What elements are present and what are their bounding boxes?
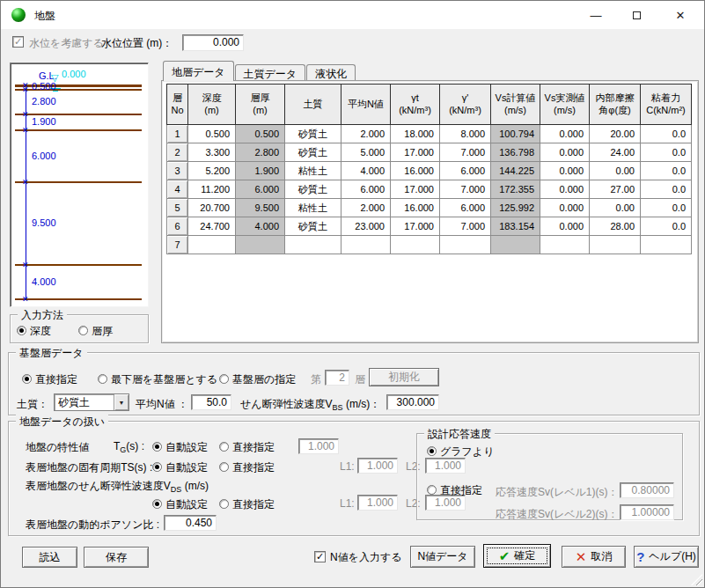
table-cell[interactable]: 0.000 [540,217,590,236]
table-cell[interactable]: 28.00 [590,217,641,236]
avg-n-input[interactable]: 50.0 [191,394,231,410]
table-cell[interactable]: 6.000 [440,199,491,217]
table-cell[interactable]: 0.000 [540,125,590,143]
ts-radio-auto[interactable] [152,462,162,472]
table-cell[interactable]: 5.200 [188,162,236,180]
sv2-input[interactable]: 1.00000 [620,504,674,520]
table-cell[interactable] [491,236,540,254]
table-cell[interactable]: 砂質土 [285,143,341,162]
confirm-button[interactable]: ✔ 確定 [483,544,551,568]
help-button[interactable]: ? ヘルプ(H) [634,546,699,568]
ts-radio-direct[interactable] [219,462,229,472]
table-cell[interactable]: 1.900 [236,162,285,180]
table-cell[interactable]: 24.00 [590,143,641,162]
table-cell[interactable] [391,236,440,254]
layer-number-input[interactable]: 2 [325,370,349,386]
minimize-button[interactable]: — [576,1,616,29]
table-cell[interactable]: 6.000 [341,180,391,199]
vds-radio-auto[interactable] [152,499,162,509]
table-cell[interactable]: 0.000 [540,199,590,217]
table-cell[interactable]: 粘性土 [285,199,341,217]
close-button[interactable]: ✕ [657,1,704,29]
water-consider-checkbox[interactable]: ✓ [12,36,24,48]
tg-radio-auto[interactable] [152,442,162,452]
save-button[interactable]: 保存 [84,547,149,568]
tab-soil-data[interactable]: 土質データ [235,64,306,81]
table-cell[interactable]: 0.000 [540,180,590,199]
cancel-button[interactable]: ✕ 取消 [562,546,626,568]
n-data-button[interactable]: N値データ [410,546,475,568]
tg-input[interactable]: 1.000 [298,438,339,454]
table-cell[interactable]: 183.154 [491,217,540,236]
load-button[interactable]: 読込 [22,547,77,568]
table-cell[interactable]: 24.700 [188,217,236,236]
table-cell[interactable]: 2.000 [341,125,391,143]
table-cell[interactable]: 7.000 [440,143,491,162]
table-cell[interactable] [540,236,590,254]
table-cell[interactable]: 16.000 [391,199,440,217]
table-cell[interactable] [188,236,236,254]
vbs-input[interactable]: 300.000 [386,394,439,410]
table-cell[interactable]: 0.500 [236,125,285,143]
poisson-input[interactable]: 0.450 [164,515,217,531]
table-cell[interactable]: 3.300 [188,143,236,162]
table-cell[interactable]: 0.0 [641,180,692,199]
table-cell[interactable]: 144.225 [491,162,540,180]
table-cell[interactable]: 2.000 [341,199,391,217]
table-cell[interactable]: 0.000 [540,162,590,180]
vds-radio-direct[interactable] [219,499,229,509]
table-cell[interactable]: 4.000 [341,162,391,180]
table-cell[interactable]: 0.500 [188,125,236,143]
tab-liquefaction[interactable]: 液状化 [306,64,356,81]
maximize-button[interactable] [616,1,657,29]
dropdown-arrow-icon[interactable]: ▼ [114,394,129,410]
table-cell[interactable]: 16.000 [391,162,440,180]
soil-type-dropdown[interactable]: 砂質土 ▼ [54,393,129,411]
table-cell[interactable]: 0.00 [590,162,641,180]
table-cell[interactable]: 7.000 [440,217,491,236]
table-cell[interactable]: 0.0 [641,162,692,180]
tab-strata-data[interactable]: 地層データ [163,61,234,81]
base-layer-radio-lowest[interactable] [98,374,107,384]
table-cell[interactable]: 172.355 [491,180,540,199]
table-cell[interactable]: 砂質土 [285,125,341,143]
table-cell[interactable]: 9.500 [236,199,285,217]
table-cell[interactable]: 0.0 [641,125,692,143]
table-cell[interactable]: 5.000 [341,143,391,162]
table-cell[interactable]: 17.000 [391,217,440,236]
table-cell[interactable]: 20.700 [188,199,236,217]
table-cell[interactable]: 7.000 [440,180,491,199]
water-position-input[interactable]: 0.000 [182,34,244,51]
base-layer-radio-direct[interactable] [22,374,32,384]
table-cell[interactable]: 0.0 [641,199,692,217]
n-value-checkbox[interactable]: ✓ [314,551,326,562]
table-cell[interactable] [285,236,341,254]
input-method-radio-depth[interactable] [17,326,26,335]
table-cell[interactable] [341,236,391,254]
vds-l1-input[interactable]: 1.000 [357,495,398,511]
sv1-input[interactable]: 0.80000 [620,482,674,498]
table-cell[interactable]: 125.992 [491,199,540,217]
table-cell[interactable]: 0.0 [641,217,692,236]
table-cell[interactable] [590,236,641,254]
table-cell[interactable]: 8.000 [440,125,491,143]
table-cell[interactable]: 18.000 [391,125,440,143]
table-cell[interactable]: 11.200 [188,180,236,199]
table-cell[interactable]: 0.0 [641,143,692,162]
table-cell[interactable]: 2.800 [236,143,285,162]
table-cell[interactable]: 0.00 [590,199,641,217]
design-radio-direct[interactable] [427,485,437,495]
table-cell[interactable]: 23.000 [341,217,391,236]
table-cell[interactable]: 砂質土 [285,217,341,236]
ts-l1-input[interactable]: 1.000 [357,458,398,474]
tg-radio-direct[interactable] [219,442,229,452]
table-cell[interactable]: 136.798 [491,143,540,162]
table-cell[interactable] [641,236,692,254]
table-cell[interactable]: 4.000 [236,217,285,236]
table-cell[interactable]: 20.00 [590,125,641,143]
initialize-button[interactable]: 初期化 [369,368,439,386]
table-cell[interactable]: 6.000 [440,162,491,180]
table-cell[interactable]: 17.000 [391,143,440,162]
table-cell[interactable] [440,236,491,254]
table-cell[interactable] [236,236,285,254]
